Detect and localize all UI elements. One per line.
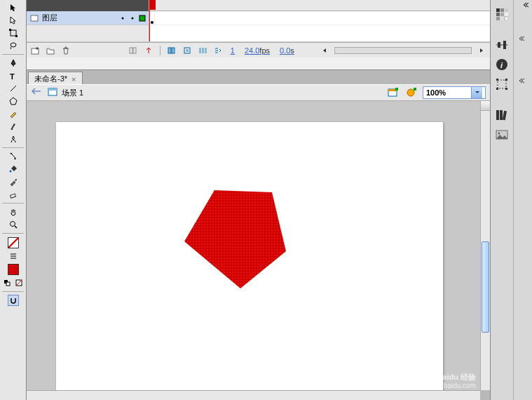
horizontal-scrollbar[interactable] xyxy=(27,390,480,400)
document-tab[interactable]: 未命名-3* × xyxy=(28,72,83,84)
canvas[interactable] xyxy=(56,122,443,390)
fill-color-swatch[interactable] xyxy=(8,264,19,275)
svg-rect-58 xyxy=(500,110,503,120)
stage-container: Baidu 经验 jingyan.baidu.com xyxy=(27,101,490,400)
deco-tool[interactable] xyxy=(8,133,19,145)
swatches-panel-button[interactable] xyxy=(493,6,510,22)
eyedropper-tool[interactable] xyxy=(8,176,19,187)
onion-skin-outlines-button[interactable] xyxy=(166,45,177,56)
frames-area[interactable] xyxy=(149,0,490,41)
scroll-right-button[interactable] xyxy=(476,45,487,56)
svg-rect-56 xyxy=(505,88,507,90)
center-frame-button[interactable] xyxy=(143,45,154,56)
pen-tool[interactable] xyxy=(8,58,19,69)
current-frame-number[interactable]: 1 xyxy=(228,46,238,55)
svg-rect-0 xyxy=(11,30,16,36)
svg-rect-17 xyxy=(139,15,145,21)
subselection-tool[interactable] xyxy=(8,15,19,26)
no-color[interactable] xyxy=(15,277,22,288)
edit-symbol-button[interactable] xyxy=(404,86,418,99)
layers-column: 图层 xyxy=(27,0,149,41)
stage-viewport[interactable] xyxy=(27,101,480,390)
edit-multiple-frames-button[interactable] xyxy=(182,45,193,56)
svg-rect-57 xyxy=(496,110,499,120)
layer-icon xyxy=(29,13,39,23)
chevron-b2-icon[interactable] xyxy=(519,77,526,84)
chevron-b1-icon[interactable] xyxy=(519,35,526,42)
svg-rect-24 xyxy=(186,49,189,52)
svg-point-61 xyxy=(498,133,500,135)
zoom-value: 100% xyxy=(426,88,446,97)
scene-breadcrumb[interactable]: 场景 1 xyxy=(62,88,83,98)
playhead[interactable] xyxy=(149,0,150,41)
onion-skin-button[interactable] xyxy=(128,45,139,56)
new-layer-button[interactable] xyxy=(29,45,41,56)
swap-colors[interactable] xyxy=(4,277,11,288)
svg-rect-46 xyxy=(505,17,508,20)
selection-tool[interactable] xyxy=(8,2,19,13)
bone-tool[interactable] xyxy=(8,151,19,162)
back-button[interactable] xyxy=(31,87,43,98)
zoom-select[interactable]: 100% xyxy=(423,86,486,99)
free-transform-tool[interactable] xyxy=(8,27,19,39)
new-folder-button[interactable] xyxy=(45,45,56,56)
edit-scene-button[interactable] xyxy=(386,86,400,99)
vertical-scrollbar[interactable] xyxy=(480,101,490,390)
line-tool[interactable] xyxy=(8,83,19,94)
pencil-tool[interactable] xyxy=(8,108,19,119)
svg-rect-54 xyxy=(505,79,507,81)
modify-markers-button[interactable] xyxy=(212,45,224,56)
scroll-left-button[interactable] xyxy=(319,45,330,56)
playhead-marker[interactable] xyxy=(149,0,156,10)
pentagon-shape[interactable] xyxy=(181,187,293,299)
transform-panel-button[interactable] xyxy=(493,76,510,93)
stroke-options[interactable] xyxy=(8,251,19,262)
layer-row[interactable]: 图层 xyxy=(27,11,149,25)
brush-tool[interactable] xyxy=(8,121,19,132)
scroll-up-button[interactable] xyxy=(481,101,490,111)
svg-point-6 xyxy=(9,171,11,173)
svg-rect-55 xyxy=(496,88,498,90)
svg-rect-39 xyxy=(500,8,504,12)
zoom-dropdown-arrow[interactable] xyxy=(471,87,482,98)
svg-marker-5 xyxy=(10,98,17,105)
paint-bucket-tool[interactable] xyxy=(8,164,19,175)
text-tool[interactable]: T xyxy=(8,70,19,81)
timeline-panel: 图层 xyxy=(27,0,490,70)
document-tabs: 未命名-3* × xyxy=(27,70,490,84)
svg-rect-52 xyxy=(498,80,506,88)
library-panel-button[interactable] xyxy=(493,107,510,124)
svg-rect-38 xyxy=(496,8,500,12)
hand-tool[interactable] xyxy=(8,206,19,218)
scroll-thumb[interactable] xyxy=(482,241,489,333)
delete-layer-button[interactable] xyxy=(60,45,71,56)
keyframe[interactable] xyxy=(149,11,155,25)
fps-value[interactable]: 24.0fps xyxy=(242,46,273,55)
elapsed-time[interactable]: 0.0s xyxy=(277,46,297,55)
onion-markers-button[interactable] xyxy=(197,45,208,56)
watermark: Baidu 经验 jingyan.baidu.com xyxy=(419,373,476,390)
lasso-tool[interactable] xyxy=(8,40,19,51)
svg-rect-43 xyxy=(505,13,508,16)
snap-option[interactable] xyxy=(8,295,19,306)
svg-point-8 xyxy=(10,222,15,227)
zoom-tool[interactable] xyxy=(8,219,19,230)
svg-rect-29 xyxy=(48,88,57,91)
svg-rect-11 xyxy=(6,282,10,286)
rectangle-tool[interactable] xyxy=(8,95,19,107)
align-panel-button[interactable] xyxy=(493,36,510,53)
expand-panel-b-icon[interactable] xyxy=(524,1,531,8)
info-panel-button[interactable]: i xyxy=(493,56,510,73)
right-panels: i xyxy=(490,0,532,400)
eraser-tool[interactable] xyxy=(8,189,19,200)
svg-rect-41 xyxy=(496,13,500,16)
close-tab-button[interactable]: × xyxy=(71,75,76,84)
svg-rect-34 xyxy=(414,88,416,91)
color-panel-button[interactable] xyxy=(493,126,510,143)
layer-visible-icon[interactable] xyxy=(119,15,126,22)
stroke-color-swatch[interactable] xyxy=(8,237,19,248)
svg-rect-26 xyxy=(202,48,204,53)
layer-outline-icon[interactable] xyxy=(139,15,146,22)
layer-lock-icon[interactable] xyxy=(129,15,136,22)
timeline-h-scrollbar[interactable] xyxy=(334,47,472,54)
